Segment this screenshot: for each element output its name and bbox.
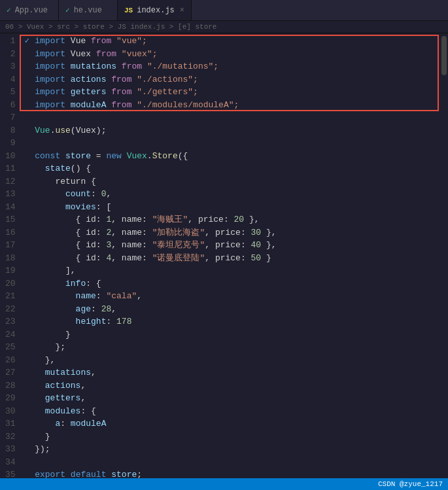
code-line: mutations, bbox=[25, 366, 440, 379]
code-token: name bbox=[25, 290, 96, 303]
code-line: { id: 2, name: "加勒比海盗", price: 30 }, bbox=[25, 226, 440, 239]
code-token: Vuex bbox=[65, 48, 96, 61]
code-token: movies bbox=[25, 201, 96, 214]
code-line: }; bbox=[25, 341, 440, 354]
scrollbar-thumb[interactable] bbox=[441, 36, 447, 75]
code-line: }, bbox=[25, 354, 440, 367]
vue-icon: ✓ bbox=[7, 6, 11, 14]
code-token: , price: bbox=[205, 226, 250, 239]
code-token: 30 bbox=[251, 226, 262, 239]
code-token: mutations bbox=[65, 60, 122, 73]
code-token: () { bbox=[71, 162, 91, 175]
code-token: : bbox=[106, 315, 116, 328]
code-token: from bbox=[111, 86, 131, 99]
code-line: state() { bbox=[25, 162, 440, 175]
code-line: name: "cala", bbox=[25, 290, 440, 303]
code-line: movies: [ bbox=[25, 201, 440, 214]
code-token: { id: bbox=[25, 239, 107, 252]
code-token: = bbox=[96, 150, 107, 163]
code-token: , name: bbox=[111, 252, 152, 265]
line-number: 13 bbox=[5, 188, 16, 201]
code-token: , price: bbox=[188, 213, 233, 226]
code-token: (Vuex); bbox=[71, 124, 107, 137]
line-number: 32 bbox=[5, 430, 16, 444]
line-number: 29 bbox=[5, 392, 16, 405]
code-token: "vuex"; bbox=[116, 48, 157, 61]
code-token: } bbox=[25, 430, 50, 444]
line-number: 4 bbox=[5, 73, 16, 86]
line-number: 35 bbox=[5, 468, 16, 478]
code-token: }, bbox=[261, 239, 276, 252]
code-token: "./getters"; bbox=[131, 86, 198, 99]
code-token: Vue bbox=[65, 35, 91, 48]
line-number: 3 bbox=[5, 60, 16, 73]
code-token: } bbox=[25, 328, 71, 341]
code-token: Vue bbox=[25, 124, 50, 137]
code-line: ✓ import Vue from "vue"; bbox=[25, 35, 440, 48]
code-line: info: { bbox=[25, 277, 440, 290]
code-line: { id: 1, name: "海贼王", price: 20 }, bbox=[25, 213, 440, 226]
code-token: from bbox=[96, 48, 116, 61]
code-token: count bbox=[25, 188, 91, 201]
code-line: import getters from "./getters"; bbox=[25, 86, 440, 99]
code-line: height: 178 bbox=[25, 315, 440, 328]
code-token: : { bbox=[86, 277, 101, 290]
line-number: 31 bbox=[5, 417, 16, 430]
code-token: moduleA bbox=[65, 99, 111, 112]
js-icon: JS bbox=[124, 7, 133, 14]
code-token: 50 bbox=[251, 252, 262, 265]
code-token: , price: bbox=[205, 239, 250, 252]
status-text: CSDN @zyue_1217 bbox=[378, 480, 443, 488]
tab-he-vue[interactable]: ✓ he.vue bbox=[59, 0, 118, 20]
code-token: }); bbox=[25, 443, 50, 456]
code-token: 0 bbox=[101, 188, 107, 201]
tab-app-vue[interactable]: ✓ App.vue bbox=[0, 0, 59, 20]
code-token: new bbox=[106, 150, 121, 163]
line-number: 22 bbox=[5, 303, 16, 316]
code-token: actions bbox=[65, 73, 111, 86]
code-line: Vue.use(Vuex); bbox=[25, 124, 440, 137]
code-token: 28 bbox=[101, 303, 112, 316]
line-numbers: 1234567891011121314151617181920212223242… bbox=[0, 33, 22, 478]
code-area: 1234567891011121314151617181920212223242… bbox=[0, 33, 448, 478]
code-token: ✓ bbox=[25, 35, 35, 48]
code-token: default bbox=[65, 468, 111, 478]
line-number: 23 bbox=[5, 315, 16, 328]
code-line: import moduleA from "./modules/moduleA"; bbox=[25, 99, 440, 112]
code-token: modules bbox=[25, 405, 81, 418]
close-icon[interactable]: × bbox=[180, 6, 184, 15]
scrollbar-track[interactable] bbox=[440, 33, 448, 478]
code-token: , bbox=[80, 379, 86, 393]
tab-index-js[interactable]: JS index.js × bbox=[118, 0, 192, 20]
line-number: 33 bbox=[5, 443, 16, 456]
code-token: : bbox=[91, 188, 101, 201]
code-token: 40 bbox=[251, 239, 262, 252]
code-token: , price: bbox=[205, 252, 250, 265]
line-number: 9 bbox=[5, 137, 16, 150]
code-token: mutations bbox=[25, 366, 91, 379]
line-number: 11 bbox=[5, 162, 16, 175]
code-token: "./mutations"; bbox=[142, 60, 218, 73]
code-content: ✓ import Vue from "vue"; import Vuex fro… bbox=[22, 33, 440, 478]
code-token: from bbox=[91, 35, 111, 48]
code-line: { id: 3, name: "泰坦尼克号", price: 40 }, bbox=[25, 239, 440, 252]
line-number: 14 bbox=[5, 201, 16, 214]
code-token: ({ bbox=[178, 150, 188, 163]
code-token: from bbox=[111, 99, 131, 112]
code-token: export bbox=[25, 468, 65, 478]
code-token: import bbox=[25, 86, 65, 99]
status-bar: CSDN @zyue_1217 bbox=[0, 478, 448, 490]
line-number: 21 bbox=[5, 290, 16, 303]
code-token: import bbox=[25, 60, 65, 73]
code-token: : bbox=[60, 417, 71, 430]
line-number: 28 bbox=[5, 379, 16, 393]
code-token: , bbox=[106, 188, 111, 201]
tab-label-he-vue: he.vue bbox=[74, 6, 102, 15]
line-number: 30 bbox=[5, 405, 16, 418]
code-line: } bbox=[25, 328, 440, 341]
code-line: count: 0, bbox=[25, 188, 440, 201]
code-line: age: 28, bbox=[25, 303, 440, 316]
code-line: import Vuex from "vuex"; bbox=[25, 48, 440, 61]
code-token: "海贼王" bbox=[152, 213, 188, 226]
code-token: , name: bbox=[111, 239, 152, 252]
